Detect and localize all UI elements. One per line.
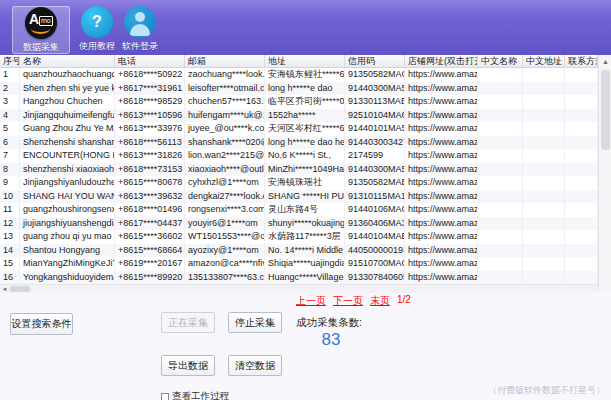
pagination: 上一页 下一页 末页 1/2 bbox=[296, 294, 411, 308]
table-row[interactable]: 7ENCOUNTER(HONG KONG)+8613****31826lion.… bbox=[0, 149, 598, 163]
table-cell[interactable]: https://www.amazon. bbox=[405, 257, 478, 271]
column-header[interactable]: 信用码 bbox=[345, 55, 405, 67]
table-cell: chuchen57****163.com bbox=[185, 95, 265, 109]
last-page-link[interactable]: 末页 bbox=[370, 294, 390, 308]
toolbar-item-data-collection[interactable]: A mo 数据采集 bbox=[12, 6, 70, 54]
table-row[interactable]: 15MianYangZhiMingKeJiYouXia+8619****2016… bbox=[0, 257, 598, 271]
table-cell[interactable]: https://www.amazon. bbox=[405, 149, 478, 163]
table-cell bbox=[565, 122, 598, 136]
table-cell[interactable]: https://www.amazon. bbox=[405, 68, 478, 82]
table-row[interactable]: 8shenzhenshi xiaoxiaohuoji+8618****73153… bbox=[0, 163, 598, 177]
table-cell: 15 bbox=[0, 257, 20, 271]
export-data-button[interactable]: 导出数据 bbox=[161, 355, 215, 376]
table-cell: +8613****10596 bbox=[115, 109, 185, 123]
table-cell: 91330113MABX45993 bbox=[345, 95, 405, 109]
table-cell[interactable]: https://www.amazon. bbox=[405, 203, 478, 217]
table-cell[interactable]: https://www.amazon. bbox=[405, 122, 478, 136]
table-cell: Shiqia*****uajingdian bbox=[265, 257, 345, 271]
vertical-scrollbar-thumb[interactable] bbox=[601, 70, 610, 150]
toolbar-item-label: 数据采集 bbox=[23, 41, 59, 54]
table-cell: +8613****39632 bbox=[115, 190, 185, 204]
table-cell: long h*****e dao he bbox=[265, 136, 345, 150]
table-cell[interactable]: https://www.amazon. bbox=[405, 82, 478, 96]
table-row[interactable]: 16Yongkangshiduoyidemaoyiy+8615****89920… bbox=[0, 271, 598, 285]
table-cell: 91440300342719541K bbox=[345, 136, 405, 150]
column-header[interactable]: 联系方式 bbox=[565, 55, 598, 67]
table-cell: Huangc*****Village, bbox=[265, 271, 345, 285]
table-row[interactable]: 6Shenzhenshi shanshankeji+8618****56113s… bbox=[0, 136, 598, 150]
table-body: 1quanzhouzhaochuangdianzis+8618****50922… bbox=[0, 68, 598, 284]
table-cell[interactable]: https://www.amazon. bbox=[405, 136, 478, 150]
table-cell[interactable]: https://www.amazon. bbox=[405, 244, 478, 258]
column-header[interactable]: 中文名称 bbox=[478, 55, 523, 67]
table-row[interactable]: 4Jinjiangquhuimeifengfuzhua+8613****1059… bbox=[0, 109, 598, 123]
scroll-left-arrow-icon[interactable]: ◄ bbox=[0, 285, 9, 293]
table-row[interactable]: 13guang zhou qi yu mao yi+8615****36602W… bbox=[0, 230, 598, 244]
horizontal-scrollbar[interactable]: ◄ bbox=[0, 284, 598, 293]
table-header-row: 序号名称电话邮箱地址信用码店铺网址(双击打开)中文名称中文地址联系方式 bbox=[0, 55, 598, 68]
column-header[interactable]: 地址 bbox=[265, 55, 345, 67]
column-header[interactable]: 电话 bbox=[115, 55, 185, 67]
table-cell: 水荫路117*****3层 bbox=[265, 230, 345, 244]
table-cell bbox=[523, 136, 565, 150]
toolbar-item-login[interactable]: 软件登录 bbox=[112, 6, 168, 52]
table-row[interactable]: 10SHANG HAI YOU WANG+8613****39632dengka… bbox=[0, 190, 598, 204]
table-cell: +8617****04437 bbox=[115, 217, 185, 231]
table-cell[interactable]: https://www.amazon. bbox=[405, 190, 478, 204]
table-row[interactable]: 12jiujiangshiyuanshengdianzish+8617****0… bbox=[0, 217, 598, 231]
table-row[interactable]: 1quanzhouzhaochuangdianzis+8618****50922… bbox=[0, 68, 598, 82]
table-cell: 安海镇珠瑶社 bbox=[265, 176, 345, 190]
table-cell[interactable]: https://www.amazon. bbox=[405, 163, 478, 177]
table-cell: 91440300MA5GRBXF0 bbox=[345, 163, 405, 177]
vertical-scrollbar[interactable]: ▲ bbox=[598, 55, 611, 292]
table-cell: 135133807****63.com bbox=[185, 271, 265, 285]
table-cell: 91440106MACAP307X bbox=[345, 203, 405, 217]
stop-collection-button[interactable]: 停止采集 bbox=[228, 312, 282, 333]
scroll-up-arrow-icon[interactable]: ▲ bbox=[599, 55, 611, 68]
column-header[interactable]: 邮箱 bbox=[185, 55, 265, 67]
table-cell bbox=[478, 203, 523, 217]
view-process-row: 查看工作过程 bbox=[161, 390, 229, 400]
table-cell bbox=[478, 68, 523, 82]
table-row[interactable]: 11guangzhoushirongsenxinkeji+8618****014… bbox=[0, 203, 598, 217]
table-cell: dengkai27****look.com bbox=[185, 190, 265, 204]
table-cell[interactable]: https://www.amazon. bbox=[405, 109, 478, 123]
table-cell[interactable]: https://www.amazon. bbox=[405, 271, 478, 285]
table-cell: +8615****89920 bbox=[115, 271, 185, 285]
column-header[interactable]: 中文地址 bbox=[523, 55, 565, 67]
table-cell: SHANG HAI YOU WANG bbox=[20, 190, 115, 204]
table-cell bbox=[565, 136, 598, 150]
table-cell[interactable]: https://www.amazon. bbox=[405, 230, 478, 244]
table-cell bbox=[565, 82, 598, 96]
column-header[interactable]: 序号 bbox=[0, 55, 20, 67]
table-cell: 6 bbox=[0, 136, 20, 150]
prev-page-link[interactable]: 上一页 bbox=[296, 294, 326, 308]
table-cell bbox=[478, 149, 523, 163]
table-cell: 12 bbox=[0, 217, 20, 231]
table-cell: 8 bbox=[0, 163, 20, 177]
amo-logo-icon: A mo bbox=[25, 7, 57, 39]
table-row[interactable]: 9JinjiangshiyanludouzhenTrad+8615****806… bbox=[0, 176, 598, 190]
table-row[interactable]: 2Shen zhen shi ye yue ke ji+8617****3196… bbox=[0, 82, 598, 96]
table-cell: amazon@ca****nfive.co bbox=[185, 257, 265, 271]
table-row[interactable]: 14Shantou Hongyang+8615****68664ayozixy@… bbox=[0, 244, 598, 258]
next-page-link[interactable]: 下一页 bbox=[333, 294, 363, 308]
table-cell bbox=[565, 149, 598, 163]
table-cell bbox=[565, 217, 598, 231]
table-cell[interactable]: https://www.amazon. bbox=[405, 217, 478, 231]
column-header[interactable]: 名称 bbox=[20, 55, 115, 67]
table-row[interactable]: 5Guang Zhou Zhu Ye Mao Yi+8613****33976j… bbox=[0, 122, 598, 136]
table-cell: shenzhenshi xiaoxiaohuoji bbox=[20, 163, 115, 177]
table-cell: long h*****e dao bbox=[265, 82, 345, 96]
set-search-conditions-button[interactable]: 设置搜索条件 bbox=[10, 313, 73, 335]
table-cell[interactable]: https://www.amazon. bbox=[405, 176, 478, 190]
clear-data-button[interactable]: 清空数据 bbox=[228, 355, 282, 376]
table-cell: +8617****31961 bbox=[115, 82, 185, 96]
table-row[interactable]: 3Hangzhou Chuchen+8618****98529chuchen57… bbox=[0, 95, 598, 109]
column-header[interactable]: 店铺网址(双击打开) bbox=[405, 55, 478, 67]
table-cell[interactable]: https://www.amazon. bbox=[405, 95, 478, 109]
horizontal-scrollbar-thumb[interactable] bbox=[10, 286, 30, 292]
table-cell: guangzhoushirongsenxinkeji bbox=[20, 203, 115, 217]
table-cell: 3 bbox=[0, 95, 20, 109]
view-process-checkbox[interactable] bbox=[161, 393, 169, 400]
